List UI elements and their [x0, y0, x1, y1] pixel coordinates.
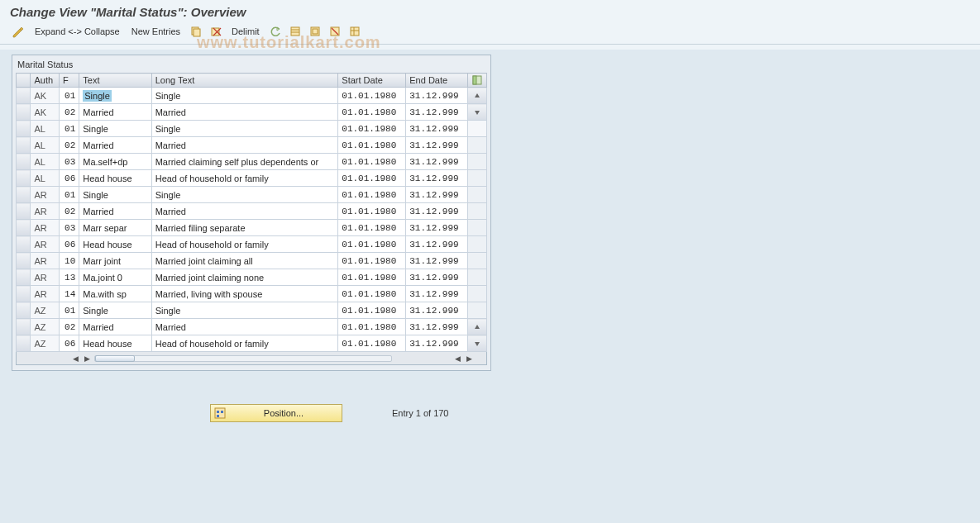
table-row[interactable]: AR06Head houseHead of household or famil…: [17, 236, 487, 253]
row-selector[interactable]: [17, 269, 31, 286]
row-selector[interactable]: [17, 253, 31, 269]
scroll-down-icon[interactable]: [468, 104, 487, 121]
col-auth-header[interactable]: Auth: [31, 74, 60, 88]
row-selector[interactable]: [17, 88, 31, 104]
table-row[interactable]: AZ06Head houseHead of household or famil…: [17, 335, 487, 352]
col-long-header[interactable]: Long Text: [151, 74, 338, 88]
table-row[interactable]: AZ02MarriedMarried01.01.198031.12.999: [17, 319, 487, 335]
cell-text[interactable]: Married: [79, 203, 151, 220]
scroll-track[interactable]: [468, 236, 487, 253]
cell-long-text[interactable]: Married claiming self plus dependents or: [151, 154, 338, 170]
toggle-change-icon[interactable]: [10, 24, 26, 39]
row-selector[interactable]: [17, 154, 31, 170]
cell-long-text[interactable]: Married joint claiming none: [151, 269, 338, 286]
cell-long-text[interactable]: Married filing separate: [151, 220, 338, 236]
cell-text[interactable]: Ma.self+dp: [79, 154, 151, 170]
cell-text[interactable]: Marr separ: [79, 220, 151, 236]
scroll-down2-icon[interactable]: [468, 335, 487, 352]
scroll-track[interactable]: [468, 154, 487, 170]
cell-long-text[interactable]: Head of household or family: [151, 236, 338, 253]
new-entries-button[interactable]: New Entries: [128, 26, 184, 36]
cell-text[interactable]: Ma.with sp: [79, 286, 151, 302]
row-selector[interactable]: [17, 137, 31, 154]
table-row[interactable]: AR01SingleSingle01.01.198031.12.999: [17, 187, 487, 203]
row-selector-header[interactable]: [17, 74, 31, 88]
cell-long-text[interactable]: Single: [151, 302, 338, 319]
select-all-icon[interactable]: [288, 24, 303, 39]
row-selector[interactable]: [17, 104, 31, 121]
cell-long-text[interactable]: Married: [151, 319, 338, 335]
scroll-track[interactable]: [468, 302, 487, 319]
cell-text[interactable]: Single: [79, 187, 151, 203]
cell-long-text[interactable]: Single: [151, 88, 338, 104]
configure-columns-icon[interactable]: [468, 74, 487, 88]
cell-text[interactable]: Ma.joint 0: [79, 269, 151, 286]
table-row[interactable]: AR03Marr separMarried filing separate01.…: [17, 220, 487, 236]
scroll-track[interactable]: [468, 203, 487, 220]
hscroll-track[interactable]: [94, 355, 392, 362]
delete-icon[interactable]: [208, 24, 223, 39]
row-selector[interactable]: [17, 220, 31, 236]
cell-text[interactable]: Single: [79, 88, 151, 104]
print-icon[interactable]: [347, 24, 362, 39]
scroll-up2-icon[interactable]: [468, 319, 487, 335]
col-start-header[interactable]: Start Date: [338, 74, 406, 88]
cell-long-text[interactable]: Single: [151, 121, 338, 137]
scroll-track[interactable]: [468, 269, 487, 286]
horizontal-scroll[interactable]: ◀ ▶ ◀ ▶: [16, 352, 487, 365]
scroll-track[interactable]: [468, 253, 487, 269]
cell-text[interactable]: Marr joint: [79, 253, 151, 269]
col-end-header[interactable]: End Date: [406, 74, 468, 88]
cell-text[interactable]: Single: [79, 302, 151, 319]
table-row[interactable]: AR02MarriedMarried01.01.198031.12.999: [17, 203, 487, 220]
scroll-track[interactable]: [468, 286, 487, 302]
cell-long-text[interactable]: Married: [151, 104, 338, 121]
cell-long-text[interactable]: Married: [151, 203, 338, 220]
cell-long-text[interactable]: Single: [151, 187, 338, 203]
table-row[interactable]: AZ01SingleSingle01.01.198031.12.999: [17, 302, 487, 319]
row-selector[interactable]: [17, 121, 31, 137]
col-text-header[interactable]: Text: [79, 74, 151, 88]
scroll-track[interactable]: [468, 137, 487, 154]
scroll-track[interactable]: [468, 220, 487, 236]
undo-icon[interactable]: [268, 24, 283, 39]
table-row[interactable]: AK02MarriedMarried01.01.198031.12.999: [17, 104, 487, 121]
col-f-header[interactable]: F: [60, 74, 79, 88]
hscroll-left-icon[interactable]: ◀: [69, 354, 81, 363]
table-row[interactable]: AL01SingleSingle01.01.198031.12.999: [17, 121, 487, 137]
row-selector[interactable]: [17, 187, 31, 203]
row-selector[interactable]: [17, 236, 31, 253]
cell-long-text[interactable]: Head of household or family: [151, 335, 338, 352]
scroll-up-icon[interactable]: [468, 88, 487, 104]
scroll-track[interactable]: [468, 187, 487, 203]
row-selector[interactable]: [17, 286, 31, 302]
table-row[interactable]: AL03Ma.self+dpMarried claiming self plus…: [17, 154, 487, 170]
cell-text[interactable]: Single: [79, 121, 151, 137]
hscroll-left2-icon[interactable]: ◀: [452, 354, 463, 363]
copy-icon[interactable]: [189, 24, 203, 39]
table-row[interactable]: AK01SingleSingle01.01.198031.12.999: [17, 88, 487, 104]
hscroll-right-icon[interactable]: ▶: [81, 354, 93, 363]
row-selector[interactable]: [17, 319, 31, 335]
cell-long-text[interactable]: Married: [151, 137, 338, 154]
cell-long-text[interactable]: Head of household or family: [151, 170, 338, 187]
cell-long-text[interactable]: Married, living with spouse: [151, 286, 338, 302]
table-row[interactable]: AR13Ma.joint 0Married joint claiming non…: [17, 269, 487, 286]
hscroll-thumb[interactable]: [95, 355, 135, 362]
cell-text[interactable]: Married: [79, 319, 151, 335]
scroll-thumb-top[interactable]: [468, 121, 487, 137]
cell-text[interactable]: Head house: [79, 170, 151, 187]
deselect-all-icon[interactable]: [327, 24, 342, 39]
hscroll-right2-icon[interactable]: ▶: [463, 354, 475, 363]
cell-text[interactable]: Head house: [79, 335, 151, 352]
delimit-button[interactable]: Delimit: [228, 26, 263, 36]
scroll-track[interactable]: [468, 170, 487, 187]
cell-text[interactable]: Head house: [79, 236, 151, 253]
select-block-icon[interactable]: [308, 24, 323, 39]
cell-text[interactable]: Married: [79, 104, 151, 121]
table-row[interactable]: AR10Marr jointMarried joint claiming all…: [17, 253, 487, 269]
cell-text[interactable]: Married: [79, 137, 151, 154]
position-button[interactable]: Position...: [210, 404, 342, 422]
row-selector[interactable]: [17, 170, 31, 187]
table-row[interactable]: AR14Ma.with spMarried, living with spous…: [17, 286, 487, 302]
